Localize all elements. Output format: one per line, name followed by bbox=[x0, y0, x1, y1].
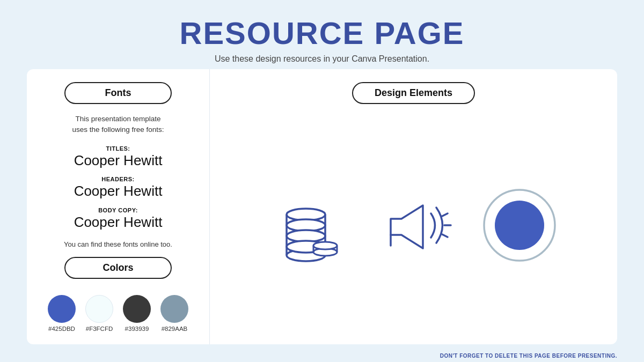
color-circle-3 bbox=[123, 295, 151, 323]
colors-row: #425DBD #F3FCFD #393939 #829AAB bbox=[48, 295, 188, 332]
svg-point-17 bbox=[495, 201, 544, 250]
fonts-label: Fonts bbox=[64, 82, 172, 104]
font-name-titles: Cooper Hewitt bbox=[43, 152, 193, 170]
color-hex-3: #393939 bbox=[125, 326, 149, 332]
design-elements-label: Design Elements bbox=[352, 82, 475, 104]
color-circle-4 bbox=[160, 295, 188, 323]
design-elements-icons bbox=[267, 119, 560, 331]
colors-label: Colors bbox=[64, 257, 172, 279]
font-label-headers: HEADERS: bbox=[43, 176, 193, 182]
font-name-headers: Cooper Hewitt bbox=[43, 182, 193, 201]
page-subtitle: Use these design resources in your Canva… bbox=[0, 54, 644, 64]
icon-megaphone-wrap bbox=[375, 184, 458, 267]
font-entry-headers: HEADERS: Cooper Hewitt bbox=[43, 176, 193, 201]
color-swatch-2: #F3FCFD bbox=[85, 295, 113, 332]
icon-circle-wrap bbox=[479, 185, 560, 265]
font-label-titles: TITLES: bbox=[43, 145, 193, 152]
color-hex-1: #425DBD bbox=[48, 326, 75, 332]
color-hex-4: #829AAB bbox=[162, 326, 188, 332]
color-hex-2: #F3FCFD bbox=[86, 326, 113, 332]
svg-point-9 bbox=[313, 242, 337, 249]
circle-icon bbox=[479, 185, 560, 265]
color-circle-1 bbox=[48, 295, 76, 323]
font-entry-titles: TITLES: Cooper Hewitt bbox=[43, 145, 193, 170]
color-swatch-1: #425DBD bbox=[48, 295, 76, 332]
svg-line-15 bbox=[442, 234, 448, 237]
footer-note: DON'T FORGET TO DELETE THIS PAGE BEFORE … bbox=[0, 350, 644, 362]
fonts-footer: You can find these fonts online too. bbox=[64, 240, 172, 248]
coins-icon bbox=[267, 182, 353, 268]
page-header: RESOURCE PAGE Use these design resources… bbox=[0, 0, 644, 69]
font-name-body: Cooper Hewitt bbox=[43, 213, 193, 232]
right-panel: Design Elements bbox=[209, 69, 617, 344]
font-label-body: BODY COPY: bbox=[43, 207, 193, 213]
fonts-description: This presentation templateuses the follo… bbox=[72, 114, 164, 136]
color-swatch-3: #393939 bbox=[123, 295, 151, 332]
color-swatch-4: #829AAB bbox=[160, 295, 188, 332]
megaphone-icon bbox=[375, 184, 458, 267]
svg-line-13 bbox=[442, 213, 448, 216]
left-panel: Fonts This presentation templateuses the… bbox=[27, 69, 209, 344]
page-title: RESOURCE PAGE bbox=[0, 15, 644, 51]
icon-coins-wrap bbox=[267, 182, 353, 268]
main-content: Fonts This presentation templateuses the… bbox=[27, 69, 617, 344]
color-circle-2 bbox=[85, 295, 113, 323]
font-entry-body: BODY COPY: Cooper Hewitt bbox=[43, 207, 193, 232]
